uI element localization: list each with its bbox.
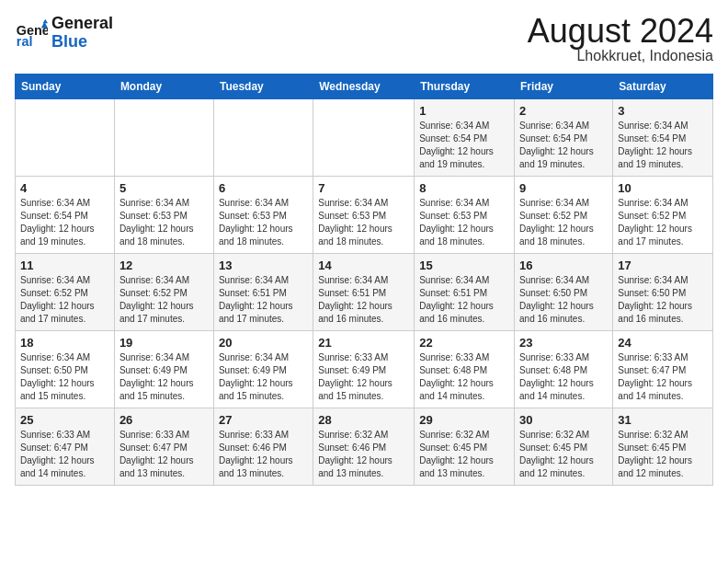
day-number: 11 [20,259,109,272]
weekday-header-wednesday: Wednesday [313,75,415,99]
day-info: Sunrise: 6:34 AM Sunset: 6:51 PM Dayligh… [219,274,308,326]
day-info: Sunrise: 6:34 AM Sunset: 6:52 PM Dayligh… [119,274,209,326]
day-info: Sunrise: 6:34 AM Sunset: 6:50 PM Dayligh… [519,274,608,326]
calendar-week-row: 25Sunrise: 6:33 AM Sunset: 6:47 PM Dayli… [16,408,713,486]
calendar-cell [313,99,415,177]
day-number: 27 [219,413,308,427]
weekday-header-thursday: Thursday [415,75,515,99]
calendar-cell [16,99,115,177]
svg-marker-2 [43,18,48,23]
day-info: Sunrise: 6:33 AM Sunset: 6:48 PM Dayligh… [519,351,608,403]
weekday-header-tuesday: Tuesday [213,75,313,99]
day-info: Sunrise: 6:33 AM Sunset: 6:48 PM Dayligh… [419,351,509,403]
calendar-cell: 14Sunrise: 6:34 AM Sunset: 6:51 PM Dayli… [313,254,415,331]
day-number: 30 [519,413,608,427]
day-info: Sunrise: 6:34 AM Sunset: 6:53 PM Dayligh… [419,197,509,248]
calendar-cell: 1Sunrise: 6:34 AM Sunset: 6:54 PM Daylig… [415,99,515,177]
day-number: 1 [419,104,509,118]
calendar-cell: 2Sunrise: 6:34 AM Sunset: 6:54 PM Daylig… [515,99,613,177]
day-info: Sunrise: 6:33 AM Sunset: 6:47 PM Dayligh… [20,429,109,480]
weekday-header-row: SundayMondayTuesdayWednesdayThursdayFrid… [16,75,713,99]
day-info: Sunrise: 6:34 AM Sunset: 6:51 PM Dayligh… [318,274,409,326]
calendar-week-row: 1Sunrise: 6:34 AM Sunset: 6:54 PM Daylig… [16,99,713,177]
day-number: 8 [419,181,509,195]
day-info: Sunrise: 6:32 AM Sunset: 6:45 PM Dayligh… [519,429,608,480]
calendar-cell: 3Sunrise: 6:34 AM Sunset: 6:54 PM Daylig… [613,99,713,177]
day-number: 5 [119,181,209,195]
calendar-cell: 4Sunrise: 6:34 AM Sunset: 6:54 PM Daylig… [16,177,115,254]
day-number: 23 [519,336,608,350]
day-info: Sunrise: 6:34 AM Sunset: 6:52 PM Dayligh… [618,197,708,248]
calendar-cell: 31Sunrise: 6:32 AM Sunset: 6:45 PM Dayli… [613,408,713,486]
day-number: 9 [519,181,608,195]
day-info: Sunrise: 6:32 AM Sunset: 6:46 PM Dayligh… [318,429,409,480]
day-number: 12 [119,259,209,272]
day-info: Sunrise: 6:32 AM Sunset: 6:45 PM Dayligh… [618,429,708,480]
logo-icon: Gene ral [15,17,48,50]
calendar-cell: 27Sunrise: 6:33 AM Sunset: 6:46 PM Dayli… [213,408,313,486]
logo: Gene ral General Blue [15,15,113,52]
calendar-cell: 23Sunrise: 6:33 AM Sunset: 6:48 PM Dayli… [515,331,613,408]
day-info: Sunrise: 6:32 AM Sunset: 6:45 PM Dayligh… [419,429,509,480]
day-info: Sunrise: 6:34 AM Sunset: 6:51 PM Dayligh… [419,274,509,326]
calendar-title-block: August 2024 Lhokkruet, Indonesia [528,15,713,64]
calendar-cell: 17Sunrise: 6:34 AM Sunset: 6:50 PM Dayli… [613,254,713,331]
day-number: 17 [618,259,708,272]
day-number: 13 [219,259,308,272]
day-info: Sunrise: 6:34 AM Sunset: 6:52 PM Dayligh… [20,274,109,326]
calendar-cell: 19Sunrise: 6:34 AM Sunset: 6:49 PM Dayli… [114,331,213,408]
calendar-cell: 12Sunrise: 6:34 AM Sunset: 6:52 PM Dayli… [114,254,213,331]
calendar-cell: 21Sunrise: 6:33 AM Sunset: 6:49 PM Dayli… [313,331,415,408]
weekday-header-sunday: Sunday [16,75,115,99]
day-info: Sunrise: 6:34 AM Sunset: 6:54 PM Dayligh… [519,120,608,171]
day-info: Sunrise: 6:33 AM Sunset: 6:47 PM Dayligh… [618,351,708,403]
calendar-cell [213,99,313,177]
day-number: 2 [519,104,608,118]
day-info: Sunrise: 6:34 AM Sunset: 6:53 PM Dayligh… [119,197,209,248]
logo-text-blue: Blue [51,32,87,51]
weekday-header-monday: Monday [114,75,213,99]
weekday-header-friday: Friday [515,75,613,99]
calendar-cell: 20Sunrise: 6:34 AM Sunset: 6:49 PM Dayli… [213,331,313,408]
calendar-table: SundayMondayTuesdayWednesdayThursdayFrid… [15,74,713,486]
day-info: Sunrise: 6:34 AM Sunset: 6:50 PM Dayligh… [20,351,109,403]
day-info: Sunrise: 6:34 AM Sunset: 6:54 PM Dayligh… [20,197,109,248]
calendar-cell: 28Sunrise: 6:32 AM Sunset: 6:46 PM Dayli… [313,408,415,486]
calendar-cell: 22Sunrise: 6:33 AM Sunset: 6:48 PM Dayli… [415,331,515,408]
day-info: Sunrise: 6:33 AM Sunset: 6:49 PM Dayligh… [318,351,409,403]
day-number: 21 [318,336,409,350]
calendar-cell: 7Sunrise: 6:34 AM Sunset: 6:53 PM Daylig… [313,177,415,254]
calendar-cell: 8Sunrise: 6:34 AM Sunset: 6:53 PM Daylig… [415,177,515,254]
day-info: Sunrise: 6:34 AM Sunset: 6:53 PM Dayligh… [318,197,409,248]
day-info: Sunrise: 6:34 AM Sunset: 6:53 PM Dayligh… [219,197,308,248]
calendar-cell: 18Sunrise: 6:34 AM Sunset: 6:50 PM Dayli… [16,331,115,408]
day-number: 15 [419,259,509,272]
calendar-location: Lhokkruet, Indonesia [528,48,713,64]
calendar-month-year: August 2024 [528,15,713,48]
day-number: 26 [119,413,209,427]
calendar-week-row: 11Sunrise: 6:34 AM Sunset: 6:52 PM Dayli… [16,254,713,331]
day-info: Sunrise: 6:34 AM Sunset: 6:49 PM Dayligh… [119,351,209,403]
calendar-week-row: 4Sunrise: 6:34 AM Sunset: 6:54 PM Daylig… [16,177,713,254]
day-number: 19 [119,336,209,350]
calendar-cell: 9Sunrise: 6:34 AM Sunset: 6:52 PM Daylig… [515,177,613,254]
day-number: 29 [419,413,509,427]
day-number: 3 [618,104,708,118]
day-number: 14 [318,259,409,272]
day-info: Sunrise: 6:34 AM Sunset: 6:54 PM Dayligh… [419,120,509,171]
calendar-cell: 24Sunrise: 6:33 AM Sunset: 6:47 PM Dayli… [613,331,713,408]
day-info: Sunrise: 6:34 AM Sunset: 6:49 PM Dayligh… [219,351,308,403]
day-number: 28 [318,413,409,427]
calendar-cell [114,99,213,177]
svg-text:ral: ral [17,34,33,49]
day-number: 24 [618,336,708,350]
calendar-cell: 16Sunrise: 6:34 AM Sunset: 6:50 PM Dayli… [515,254,613,331]
calendar-cell: 5Sunrise: 6:34 AM Sunset: 6:53 PM Daylig… [114,177,213,254]
day-info: Sunrise: 6:34 AM Sunset: 6:54 PM Dayligh… [618,120,708,171]
day-number: 25 [20,413,109,427]
day-info: Sunrise: 6:34 AM Sunset: 6:52 PM Dayligh… [519,197,608,248]
calendar-cell: 13Sunrise: 6:34 AM Sunset: 6:51 PM Dayli… [213,254,313,331]
day-info: Sunrise: 6:33 AM Sunset: 6:46 PM Dayligh… [219,429,308,480]
logo-text-general: General [51,14,113,32]
calendar-cell: 29Sunrise: 6:32 AM Sunset: 6:45 PM Dayli… [415,408,515,486]
